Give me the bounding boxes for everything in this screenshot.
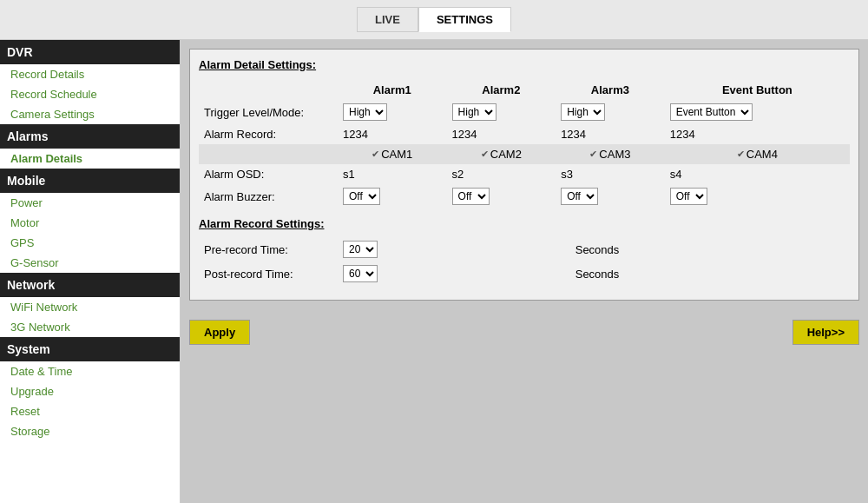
alarm-detail-title: Alarm Detail Settings: xyxy=(199,58,850,71)
alarm-column-headers: Alarm1 Alarm2 Alarm3 Event Button xyxy=(199,80,850,100)
post-record-value-cell: 60 30 90 xyxy=(338,261,570,286)
alarm-detail-table: Alarm1 Alarm2 Alarm3 Event Button Trigge… xyxy=(199,80,850,208)
alarm-record-settings-title: Alarm Record Settings: xyxy=(199,217,850,230)
trigger1-select[interactable]: High Low xyxy=(343,103,387,121)
record-event-cell: 1234 xyxy=(665,124,850,144)
buzzer4-select[interactable]: Off On xyxy=(670,188,707,205)
post-record-label: Post-record Time: xyxy=(199,261,338,286)
sidebar-item-record-details[interactable]: Record Details xyxy=(0,64,180,84)
cam1-cell: ✔ CAM1 xyxy=(338,144,447,164)
trigger-level-label: Trigger Level/Mode: xyxy=(199,100,338,124)
trigger-level-row: Trigger Level/Mode: High Low High Low xyxy=(199,100,850,124)
alarm-record-settings-divider: Alarm Record Settings: Pre-record Time: … xyxy=(199,217,850,286)
post-record-unit: Seconds xyxy=(570,261,850,286)
trigger2-select[interactable]: High Low xyxy=(452,103,496,121)
cam-row: ✔ CAM1 ✔ CAM2 ✔ CAM3 xyxy=(199,144,850,164)
buzzer2-cell: Off On xyxy=(447,184,556,208)
record2-cell: 1234 xyxy=(447,124,556,144)
sidebar-header-dvr: DVR xyxy=(0,40,180,64)
sidebar: DVR Record Details Record Schedule Camer… xyxy=(0,40,181,503)
cam3-cell: ✔ CAM3 xyxy=(556,144,665,164)
post-record-row: Post-record Time: 60 30 90 Seconds xyxy=(199,261,850,286)
trigger-event-cell: Event Button xyxy=(665,100,850,124)
alarm-record-row: Alarm Record: 1234 1234 1234 1234 xyxy=(199,124,850,144)
cam3-check-icon: ✔ xyxy=(589,149,597,160)
alarm-osd-label: Alarm OSD: xyxy=(199,164,338,184)
cam4-label: CAM4 xyxy=(746,148,778,161)
buzzer2-select[interactable]: Off On xyxy=(452,188,490,205)
record1-cell: 1234 xyxy=(338,124,447,144)
sidebar-item-wifi-network[interactable]: WiFi Network xyxy=(0,297,180,317)
sidebar-item-camera-settings[interactable]: Camera Settings xyxy=(0,104,180,124)
help-button[interactable]: Help>> xyxy=(792,320,859,345)
cam1-label: CAM1 xyxy=(381,148,412,161)
trigger3-cell: High Low xyxy=(556,100,665,124)
apply-button[interactable]: Apply xyxy=(189,320,250,345)
alarm3-header: Alarm3 xyxy=(556,80,665,100)
buzzer3-select[interactable]: Off On xyxy=(561,188,598,205)
cam2-check-icon: ✔ xyxy=(481,149,489,160)
cam2-cell: ✔ CAM2 xyxy=(447,144,556,164)
buzzer1-cell: Off On xyxy=(338,184,447,208)
trigger-event-select[interactable]: Event Button xyxy=(670,103,753,121)
sidebar-item-date-time[interactable]: Date & Time xyxy=(0,361,180,381)
post-record-select[interactable]: 60 30 90 xyxy=(343,265,378,282)
buzzer3-cell: Off On xyxy=(556,184,665,208)
record3-cell: 1234 xyxy=(556,124,665,144)
sidebar-header-system: System xyxy=(0,337,180,361)
sidebar-item-3g-network[interactable]: 3G Network xyxy=(0,317,180,337)
pre-record-unit: Seconds xyxy=(570,237,850,261)
osd1-cell: s1 xyxy=(338,164,447,184)
buzzer4-cell: Off On xyxy=(665,184,850,208)
pre-record-value-cell: 20 10 30 xyxy=(338,237,570,261)
top-navigation: LIVE SETTINGS xyxy=(0,0,868,40)
alarm-detail-settings-box: Alarm Detail Settings: Alarm1 Alarm2 Ala… xyxy=(189,49,859,301)
cam4-cell: ✔ CAM4 xyxy=(665,144,850,164)
trigger2-cell: High Low xyxy=(447,100,556,124)
live-button[interactable]: LIVE xyxy=(357,7,418,32)
sidebar-item-alarm-details[interactable]: Alarm Details xyxy=(0,149,180,169)
osd4-cell: s4 xyxy=(665,164,850,184)
osd2-cell: s2 xyxy=(447,164,556,184)
cam1-check-icon: ✔ xyxy=(372,149,379,160)
pre-record-label: Pre-record Time: xyxy=(199,237,338,261)
alarm-buzzer-label: Alarm Buzzer: xyxy=(199,184,338,208)
sidebar-item-storage[interactable]: Storage xyxy=(0,421,180,441)
alarm-record-label: Alarm Record: xyxy=(199,124,338,144)
event-button-header: Event Button xyxy=(665,80,850,100)
alarm-record-table: Pre-record Time: 20 10 30 Seconds Post-r… xyxy=(199,237,850,286)
cam2-label: CAM2 xyxy=(490,148,522,161)
pre-record-row: Pre-record Time: 20 10 30 Seconds xyxy=(199,237,850,261)
sidebar-item-reset[interactable]: Reset xyxy=(0,401,180,421)
osd3-cell: s3 xyxy=(556,164,665,184)
sidebar-header-network: Network xyxy=(0,273,180,297)
alarm1-header: Alarm1 xyxy=(338,80,447,100)
sidebar-item-power[interactable]: Power xyxy=(0,193,180,213)
trigger1-cell: High Low xyxy=(338,100,447,124)
settings-button[interactable]: SETTINGS xyxy=(418,7,511,32)
bottom-bar: Apply Help>> xyxy=(189,309,859,345)
sidebar-item-record-schedule[interactable]: Record Schedule xyxy=(0,84,180,104)
sidebar-header-alarms: Alarms xyxy=(0,124,180,149)
sidebar-item-gps[interactable]: GPS xyxy=(0,233,180,253)
cam3-label: CAM3 xyxy=(599,148,630,161)
trigger3-select[interactable]: High Low xyxy=(561,103,605,121)
buzzer1-select[interactable]: Off On xyxy=(343,188,380,205)
sidebar-header-mobile: Mobile xyxy=(0,169,180,193)
main-content: Alarm Detail Settings: Alarm1 Alarm2 Ala… xyxy=(181,40,868,503)
alarm-buzzer-row: Alarm Buzzer: Off On Off On xyxy=(199,184,850,208)
sidebar-item-g-sensor[interactable]: G-Sensor xyxy=(0,253,180,273)
sidebar-item-motor[interactable]: Motor xyxy=(0,213,180,233)
pre-record-select[interactable]: 20 10 30 xyxy=(343,241,378,258)
alarm2-header: Alarm2 xyxy=(447,80,556,100)
sidebar-item-upgrade[interactable]: Upgrade xyxy=(0,381,180,401)
cam4-check-icon: ✔ xyxy=(737,149,745,160)
alarm-osd-row: Alarm OSD: s1 s2 s3 s4 xyxy=(199,164,850,184)
